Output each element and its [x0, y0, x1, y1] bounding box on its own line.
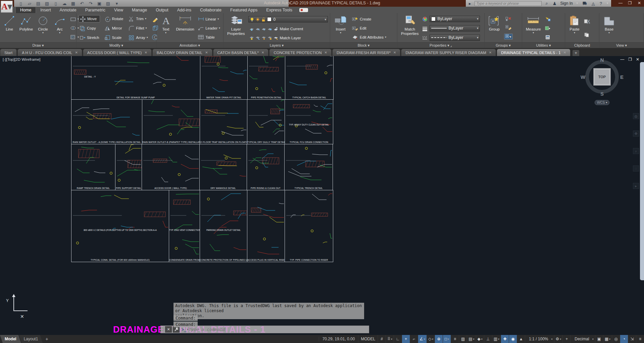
- model-tab[interactable]: Model: [0, 335, 21, 343]
- detail-cell-pipe-support-detail[interactable]: PIPE SUPPORT DETAIL: [115, 144, 142, 190]
- viewcube-east[interactable]: E: [620, 74, 624, 80]
- panel-label-utilities[interactable]: Utilities ▾: [522, 42, 565, 48]
- ribbon-tab-add-ins[interactable]: Add-ins: [173, 7, 196, 13]
- layer-walk-icon[interactable]: [255, 36, 260, 40]
- viewport-controls[interactable]: [-][Top][2D Wireframe]: [3, 57, 40, 61]
- viewcube-south[interactable]: S: [600, 91, 604, 97]
- doc-restore-button[interactable]: ❐: [628, 57, 632, 62]
- quick-select-icon[interactable]: [545, 17, 551, 21]
- doc-minimize-button[interactable]: —: [620, 57, 624, 62]
- open-icon[interactable]: ▱: [27, 1, 32, 6]
- panel-label-properties[interactable]: Properties ▾ ⌟: [397, 42, 484, 48]
- quick-calculator-icon[interactable]: [545, 35, 551, 40]
- search-arrow-icon[interactable]: ▸: [469, 1, 471, 6]
- close-tab-icon[interactable]: ✕: [144, 51, 147, 54]
- panel-label-groups[interactable]: Groups ▾: [485, 42, 522, 48]
- status-quick-properties[interactable]: ▣: [595, 335, 603, 343]
- trim-button[interactable]: Trim ▾: [128, 15, 149, 22]
- viewcube-north[interactable]: N: [600, 57, 604, 63]
- mirror-button[interactable]: Mirror: [103, 24, 124, 32]
- ungroup-icon[interactable]: [504, 17, 513, 21]
- detail-cell-typical-dry-gully-trap-detail[interactable]: TYPICAL DRY GULLY TRAP DETAIL: [247, 99, 285, 144]
- plot-icon[interactable]: ▦: [70, 1, 76, 6]
- redo-icon[interactable]: ↷: [88, 1, 93, 6]
- lineweight-icon[interactable]: [422, 27, 428, 31]
- status-object-snap[interactable]: □▾: [443, 335, 451, 343]
- status-lineweight[interactable]: ≡: [451, 335, 459, 343]
- file-tab-a-h-u-fcu-cooling-coil[interactable]: A H U - FCU COOLING COIL✕: [17, 49, 82, 56]
- base-button[interactable]: Base▾: [601, 14, 617, 42]
- autocad-logo[interactable]: A▾: [1, 1, 13, 13]
- status-workspace-switching[interactable]: ⚙▾: [554, 335, 563, 343]
- detail-cell-detail-for-sewage-sump-pump[interactable]: DETAIL - YDETAIL FOR SEWAGE SUMP PUMP: [71, 56, 200, 100]
- match-layer-button[interactable]: Match Layer: [248, 36, 328, 40]
- select-similar-icon[interactable]: [545, 26, 551, 31]
- panel-label-layers[interactable]: Layers ▾: [224, 42, 330, 48]
- status-dynamic-input[interactable]: +: [402, 335, 410, 343]
- detail-cell-concrete-protection-of-pipelines-under-b[interactable]: PARKING DRAIN OUTLET DETAILCONCRETE PROT…: [200, 190, 247, 262]
- ribbon-tab-collaborate[interactable]: Collaborate: [196, 7, 226, 13]
- ribbon-tab-featured-apps[interactable]: Featured Apps: [226, 7, 262, 13]
- restore-button[interactable]: ❐: [625, 0, 635, 7]
- detail-cell-dry-manhole-detail[interactable]: DRY MANHOLE DETAIL: [199, 144, 247, 190]
- status-ortho-mode[interactable]: ⌐: [410, 335, 418, 343]
- ribbon-tab-home[interactable]: Home: [15, 7, 36, 13]
- panel-label-view[interactable]: View ▾: [599, 42, 644, 48]
- share-icon[interactable]: ▨: [105, 1, 111, 6]
- status-clean-screen[interactable]: ⇲: [628, 335, 636, 343]
- close-tab-icon[interactable]: ✕: [205, 51, 208, 54]
- doc-close-button[interactable]: ✕: [636, 57, 639, 62]
- status-isolate-objects[interactable]: ◎: [612, 335, 620, 343]
- file-tab-catch-basin-detail[interactable]: CATCH BASIN DETAIL*✕: [213, 49, 269, 56]
- pan-icon[interactable]: ✥: [633, 131, 639, 137]
- palette-close-button[interactable]: ✕: [165, 326, 172, 333]
- table-button[interactable]: Table: [197, 34, 221, 40]
- layer-lock-icon[interactable]: [267, 27, 272, 31]
- ribbon-tab-express-tools[interactable]: Express Tools: [262, 7, 297, 13]
- file-tab-start[interactable]: Start: [0, 49, 17, 56]
- panel-label-draw[interactable]: Draw ▾: [0, 42, 76, 48]
- close-tab-icon[interactable]: ✕: [489, 51, 492, 54]
- measure-button[interactable]: Measure▾: [524, 14, 543, 42]
- status-graphics-performance[interactable]: ◔: [620, 335, 628, 343]
- minimize-button[interactable]: —: [616, 0, 625, 7]
- ribbon-options-icon[interactable]: [299, 8, 308, 12]
- layer-isolate-icon[interactable]: [255, 27, 260, 31]
- status-annotation-visibility[interactable]: ◉: [509, 335, 517, 343]
- file-tab-diagram-fresh-air-riser[interactable]: DIAGRAM-FRESH AIR RISER*✕: [332, 49, 400, 56]
- layout1-tab[interactable]: Layout1: [19, 335, 43, 343]
- group-button[interactable]: Group: [487, 14, 502, 42]
- status-dynamic-ucs[interactable]: ⊥: [484, 335, 492, 343]
- ribbon-tab-view[interactable]: View: [110, 7, 128, 13]
- layer-off-icon[interactable]: [249, 36, 254, 40]
- paste-button[interactable]: Paste▾: [567, 14, 582, 42]
- ribbon-tab-parametric[interactable]: Parametric: [81, 7, 110, 13]
- search-binoculars-icon[interactable]: ⌕: [545, 1, 548, 6]
- signin-dropdown-icon[interactable]: ▾: [577, 3, 578, 4]
- open-from-mobile-icon[interactable]: ▯: [53, 1, 58, 6]
- scale-button[interactable]: Scale: [103, 34, 124, 41]
- status-isometric-drafting[interactable]: ◇▾: [427, 335, 435, 343]
- cut-icon[interactable]: [584, 19, 590, 24]
- orbit-icon[interactable]: ◌: [633, 165, 639, 172]
- status-selection-cycling[interactable]: ▤▾: [467, 335, 476, 343]
- copy-clip-icon[interactable]: [584, 33, 590, 37]
- palette-grip[interactable]: [161, 326, 164, 333]
- close-button[interactable]: ✕: [635, 0, 644, 7]
- batch-plot-icon[interactable]: ▣: [97, 1, 102, 6]
- close-tab-icon[interactable]: ✕: [325, 51, 327, 54]
- new-layout-button[interactable]: +: [45, 336, 48, 342]
- detail-cell-water-tank-drain-pit-detail[interactable]: WATER TANKPUMP ROOMWATER TANK DRAIN PIT …: [200, 56, 248, 100]
- help-dropdown-icon[interactable]: ▾: [607, 3, 608, 4]
- drawing-canvas[interactable]: [-][Top][2D Wireframe] — ❐ ✕ DETAIL - YD…: [0, 56, 644, 335]
- status-polar-tracking[interactable]: ∠▾: [418, 335, 427, 343]
- new-icon[interactable]: ▯: [18, 1, 23, 6]
- rotate-button[interactable]: Rotate: [103, 15, 124, 22]
- color-wheel-icon[interactable]: [422, 16, 428, 22]
- arc-button[interactable]: Arc▾: [52, 14, 67, 42]
- command-input[interactable]: [188, 327, 369, 332]
- status-snap-mode[interactable]: ⠿▾: [386, 335, 394, 343]
- status-annotation-monitor[interactable]: +: [562, 335, 571, 343]
- wcs-menu[interactable]: WCS▾: [595, 100, 609, 105]
- insert-button[interactable]: Insert▾: [332, 14, 349, 42]
